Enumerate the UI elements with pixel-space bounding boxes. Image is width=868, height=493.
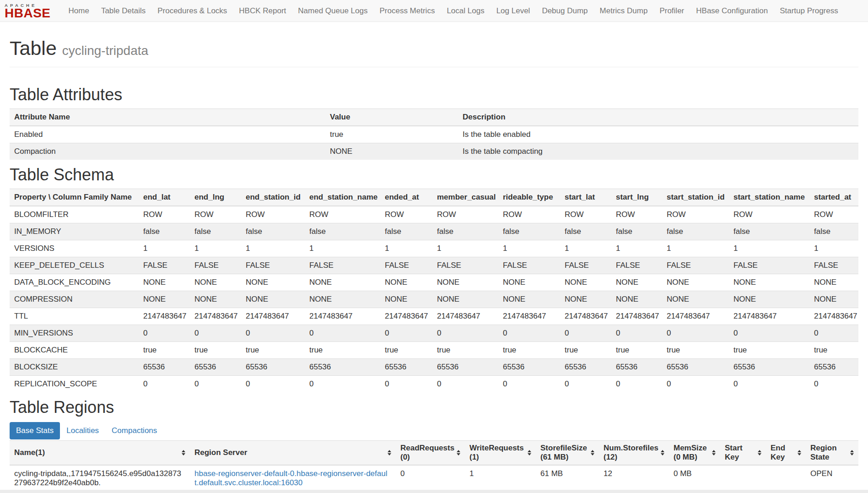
- table-cell: false: [498, 223, 560, 240]
- table-row: COMPRESSIONNONENONENONENONENONENONENONEN…: [10, 291, 858, 308]
- sortable-column-header-writerequests-1[interactable]: WriteRequests (1): [465, 441, 536, 466]
- sortable-column-header-region-state[interactable]: Region State: [806, 441, 858, 466]
- page-title-text: Table: [10, 37, 57, 59]
- page-title: Table cycling-tripdata: [10, 38, 858, 61]
- nav-item-log-level[interactable]: Log Level: [491, 0, 536, 22]
- table-cell: NONE: [241, 274, 305, 291]
- table-cell: true: [432, 342, 498, 359]
- nav-item-procedures-locks[interactable]: Procedures & Locks: [151, 0, 233, 22]
- table-cell: false: [139, 223, 190, 240]
- table-cell: 0: [380, 325, 432, 342]
- nav-item-metrics-dump[interactable]: Metrics Dump: [594, 0, 654, 22]
- schema-heading: Table Schema: [10, 166, 858, 184]
- table-cell: NONE: [662, 274, 729, 291]
- table-cell: FALSE: [729, 257, 809, 274]
- nav-item-process-metrics[interactable]: Process Metrics: [373, 0, 441, 22]
- sortable-column-header-num-storefiles-12[interactable]: Num.Storefiles (12): [599, 441, 669, 466]
- table-cell: NONE: [139, 274, 190, 291]
- table-cell: FALSE: [139, 257, 190, 274]
- hbase-logo[interactable]: APACHE HBASE: [5, 3, 51, 19]
- table-row: CompactionNONEIs the table compacting: [10, 143, 858, 160]
- table-cell: ROW: [662, 206, 729, 223]
- region-server-link[interactable]: hbase-regionserver-default-0.hbase-regio…: [194, 469, 387, 487]
- column-header-attribute-name: Attribute Name: [10, 109, 325, 126]
- schema-property-cell: VERSIONS: [10, 240, 139, 257]
- table-cell: true: [241, 342, 305, 359]
- table-cell: 0: [190, 325, 241, 342]
- sortable-column-header-name-1[interactable]: Name(1): [10, 441, 190, 466]
- table-cell: 2147483647: [809, 308, 858, 325]
- table-cell: true: [560, 342, 611, 359]
- column-header-start-station-name: start_station_name: [729, 189, 809, 206]
- table-cell: ROW: [241, 206, 305, 223]
- nav-item-home[interactable]: Home: [63, 0, 95, 22]
- sort-arrows-icon: [798, 450, 801, 455]
- page-content: Table cycling-tripdata Table Attributes …: [0, 38, 868, 491]
- regions-tabs: Base StatsLocalitiesCompactions: [10, 422, 858, 439]
- schema-property-cell: TTL: [10, 308, 139, 325]
- column-header-label: End Key: [771, 444, 796, 462]
- schema-table: Property \ Column Family Nameend_latend_…: [10, 189, 858, 392]
- sortable-column-header-readrequests-0[interactable]: ReadRequests (0): [396, 441, 465, 466]
- table-cell: NONE: [611, 291, 662, 308]
- schema-property-cell: KEEP_DELETED_CELLS: [10, 257, 139, 274]
- table-cell: 0: [190, 376, 241, 393]
- column-header-end-lng: end_lng: [190, 189, 241, 206]
- sortable-column-header-memsize-0-mb[interactable]: MemSize (0 MB): [669, 441, 720, 466]
- column-header-label: Region State: [810, 444, 848, 462]
- nav-item-named-queue-logs[interactable]: Named Queue Logs: [292, 0, 373, 22]
- nav-item-debug-dump[interactable]: Debug Dump: [536, 0, 593, 22]
- nav-item-startup-progress[interactable]: Startup Progress: [774, 0, 844, 22]
- table-cell: true: [809, 342, 858, 359]
- schema-property-cell: IN_MEMORY: [10, 223, 139, 240]
- schema-property-cell: MIN_VERSIONS: [10, 325, 139, 342]
- table-cell: 12: [599, 465, 669, 491]
- column-header-value: Value: [325, 109, 458, 126]
- table-cell: 0: [729, 325, 809, 342]
- table-cell: false: [560, 223, 611, 240]
- table-cell: NONE: [809, 274, 858, 291]
- tab-compactions[interactable]: Compactions: [105, 422, 163, 439]
- nav-item-hbase-configuration[interactable]: HBase Configuration: [690, 0, 774, 22]
- table-cell: ROW: [498, 206, 560, 223]
- table-cell: true: [305, 342, 380, 359]
- table-cell: 1: [498, 240, 560, 257]
- table-cell: false: [241, 223, 305, 240]
- tab-localities[interactable]: Localities: [60, 422, 105, 439]
- table-cell: 0: [560, 376, 611, 393]
- table-cell: FALSE: [432, 257, 498, 274]
- table-cell: 65536: [305, 359, 380, 376]
- table-cell: NONE: [241, 291, 305, 308]
- region-row: cycling-tripdata,,1719475156245.e95d0a13…: [10, 465, 858, 491]
- nav-item-profiler[interactable]: Profiler: [653, 0, 690, 22]
- table-cell: true: [611, 342, 662, 359]
- table-cell: NONE: [305, 274, 380, 291]
- nav-item-hbck-report[interactable]: HBCK Report: [233, 0, 292, 22]
- sortable-column-header-storefilesize-61-mb[interactable]: StorefileSize (61 MB): [536, 441, 599, 466]
- table-cell: 0: [139, 376, 190, 393]
- table-cell: FALSE: [662, 257, 729, 274]
- sortable-column-header-start-key[interactable]: Start Key: [720, 441, 766, 466]
- table-cell: 1: [241, 240, 305, 257]
- sortable-column-header-end-key[interactable]: End Key: [766, 441, 806, 466]
- region-name-cell: cycling-tripdata,,1719475156245.e95d0a13…: [10, 465, 190, 491]
- table-cell: FALSE: [190, 257, 241, 274]
- horizontal-scrollbar[interactable]: [0, 490, 868, 493]
- region-server-cell: hbase-regionserver-default-0.hbase-regio…: [190, 465, 396, 491]
- nav-menu: HomeTable DetailsProcedures & LocksHBCK …: [63, 0, 844, 22]
- table-cell: NONE: [560, 291, 611, 308]
- table-cell: NONE: [729, 291, 809, 308]
- table-row: IN_MEMORYfalsefalsefalsefalsefalsefalsef…: [10, 223, 858, 240]
- table-cell: NONE: [190, 291, 241, 308]
- sortable-column-header-region-server[interactable]: Region Server: [190, 441, 396, 466]
- sort-arrows-icon: [712, 450, 716, 455]
- column-header-label: Num.Storefiles (12): [604, 444, 659, 462]
- nav-list-item: Table Details: [95, 0, 151, 22]
- nav-item-table-details[interactable]: Table Details: [95, 0, 151, 22]
- nav-list-item: HBCK Report: [233, 0, 292, 22]
- column-header-member-casual: member_casual: [432, 189, 498, 206]
- table-cell: FALSE: [241, 257, 305, 274]
- nav-item-local-logs[interactable]: Local Logs: [441, 0, 490, 22]
- tab-base-stats[interactable]: Base Stats: [10, 422, 60, 439]
- schema-property-cell: BLOCKCACHE: [10, 342, 139, 359]
